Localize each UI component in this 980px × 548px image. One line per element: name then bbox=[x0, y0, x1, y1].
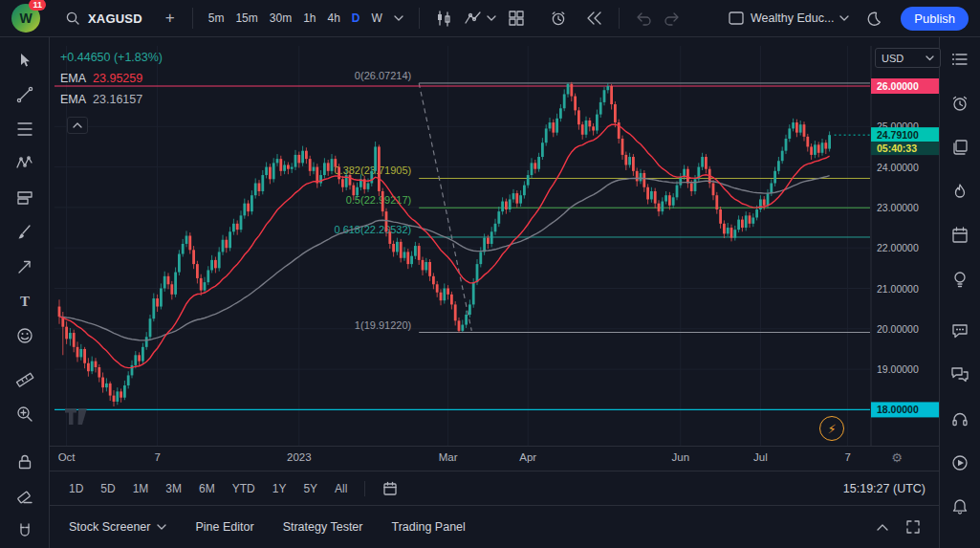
quick-action-button[interactable]: ⚡ bbox=[819, 416, 844, 441]
text-tool-button[interactable]: T bbox=[9, 288, 41, 315]
long-short-position-icon bbox=[15, 188, 34, 208]
range-3m-button[interactable]: 3M bbox=[158, 478, 189, 499]
go-to-date-button[interactable] bbox=[375, 477, 405, 500]
news-button[interactable] bbox=[947, 137, 972, 158]
undo-button[interactable] bbox=[629, 7, 658, 30]
currency-dropdown[interactable]: USD bbox=[875, 48, 941, 68]
ideas-button[interactable] bbox=[947, 269, 972, 290]
indicators-button[interactable] bbox=[458, 6, 502, 31]
timeframe-15m[interactable]: 15m bbox=[229, 8, 263, 29]
server-clock[interactable]: 15:19:27 (UTC) bbox=[843, 482, 927, 495]
cursor-tool-button[interactable] bbox=[9, 47, 41, 74]
ema-slow-line[interactable] bbox=[59, 176, 830, 340]
price-chart[interactable]: 0(26.07214)0.382(23.71905)0.5(22.99217)0… bbox=[50, 46, 939, 446]
timeframe-1w[interactable]: W bbox=[366, 8, 388, 29]
tab-trading-panel[interactable]: Trading Panel bbox=[391, 520, 465, 534]
trend-line-icon bbox=[15, 85, 34, 104]
lightning-icon: ⚡ bbox=[827, 422, 836, 436]
range-1m-button[interactable]: 1M bbox=[125, 478, 157, 499]
timeframe-4h[interactable]: 4h bbox=[321, 8, 345, 29]
chevron-down-icon bbox=[839, 15, 849, 21]
lock-drawings-button[interactable] bbox=[9, 449, 41, 475]
symbol-search-button[interactable]: XAGUSD bbox=[59, 7, 148, 30]
timeframe-30m[interactable]: 30m bbox=[264, 8, 297, 29]
range-ytd-button[interactable]: YTD bbox=[225, 478, 263, 499]
price-axis[interactable]: 25.0000024.0000023.0000022.0000021.00000… bbox=[871, 46, 939, 446]
magnet-mode-button[interactable] bbox=[9, 517, 41, 544]
zoom-in-icon bbox=[15, 405, 34, 424]
prediction-tool-button[interactable] bbox=[9, 185, 41, 211]
fib-level-label: 0.5(22.99217) bbox=[346, 194, 412, 206]
arrow-marker-tool-button[interactable] bbox=[9, 253, 41, 280]
minds-button[interactable] bbox=[947, 320, 972, 341]
notifications-button[interactable] bbox=[947, 496, 972, 517]
fib-retracement[interactable]: 0(26.07214)0.382(23.71905)0.5(22.99217)0… bbox=[334, 70, 870, 333]
calendar-button[interactable] bbox=[947, 225, 972, 246]
range-5d-button[interactable]: 5D bbox=[93, 478, 122, 499]
zoom-tool-button[interactable] bbox=[9, 401, 41, 427]
speech-bubble-dots-icon bbox=[950, 321, 969, 340]
tab-pine-editor[interactable]: Pine Editor bbox=[195, 520, 253, 534]
legend-collapse-button[interactable] bbox=[67, 117, 88, 134]
timeframes-dropdown-button[interactable] bbox=[388, 11, 409, 25]
expand-panel-chevron-icon[interactable] bbox=[876, 523, 889, 532]
redo-button[interactable] bbox=[658, 7, 686, 30]
ema-fast-legend[interactable]: EMA 23.95259 bbox=[60, 72, 163, 85]
ema-slow-legend[interactable]: EMA 23.16157 bbox=[60, 93, 163, 106]
theme-toggle-button[interactable] bbox=[859, 6, 887, 31]
svg-text:26.00000: 26.00000 bbox=[877, 80, 919, 92]
timeframe-1h[interactable]: 1h bbox=[297, 8, 321, 29]
tradingview-watermark[interactable] bbox=[65, 408, 94, 426]
search-icon bbox=[65, 11, 80, 26]
remove-drawings-button[interactable] bbox=[9, 483, 41, 510]
alerts-button[interactable] bbox=[947, 93, 972, 114]
pattern-tool-button[interactable] bbox=[9, 150, 41, 177]
notification-badge: 11 bbox=[29, 0, 46, 11]
support-button[interactable] bbox=[947, 408, 972, 429]
timeframe-1d[interactable]: D bbox=[346, 8, 366, 29]
compare-add-symbol-button[interactable]: + bbox=[158, 9, 183, 28]
range-5y-button[interactable]: 5Y bbox=[295, 478, 325, 499]
save-layout-button[interactable]: Wealthy Educ... bbox=[728, 10, 849, 27]
chat-button[interactable] bbox=[947, 364, 972, 385]
arrow-marker-icon bbox=[15, 257, 34, 276]
publish-button[interactable]: Publish bbox=[901, 7, 969, 31]
timeframe-5m[interactable]: 5m bbox=[203, 8, 230, 29]
range-1d-button[interactable]: 1D bbox=[61, 478, 91, 499]
time-axis-label: Oct bbox=[58, 451, 76, 463]
bar-replay-button[interactable] bbox=[580, 7, 609, 30]
measure-tool-button[interactable] bbox=[9, 366, 41, 393]
watchlist-button[interactable] bbox=[947, 49, 972, 70]
ema-slow-value: 23.16157 bbox=[93, 93, 142, 106]
create-alert-button[interactable] bbox=[544, 6, 573, 31]
time-axis[interactable]: ⚙ Oct72023MarAprJunJul7 bbox=[50, 446, 939, 471]
range-6m-button[interactable]: 6M bbox=[191, 478, 223, 499]
time-axis-label: 7 bbox=[844, 451, 850, 463]
fullscreen-icon[interactable] bbox=[906, 520, 920, 534]
chart-area[interactable]: 0(26.07214)0.382(23.71905)0.5(22.99217)0… bbox=[50, 37, 939, 446]
chevron-down-icon bbox=[926, 55, 934, 61]
separator bbox=[364, 481, 365, 496]
currency-label: USD bbox=[882, 53, 904, 64]
flame-icon bbox=[950, 182, 969, 201]
trend-line-tool-button[interactable] bbox=[9, 81, 41, 108]
chart-type-button[interactable] bbox=[429, 6, 458, 31]
range-all-button[interactable]: All bbox=[327, 478, 355, 499]
streams-button[interactable] bbox=[947, 452, 972, 473]
tab-stock-screener[interactable]: Stock Screener bbox=[69, 520, 166, 534]
range-1y-button[interactable]: 1Y bbox=[265, 478, 294, 499]
hotlists-button[interactable] bbox=[947, 181, 972, 202]
chart-settings-gear-icon[interactable]: ⚙ bbox=[891, 450, 903, 465]
svg-text:T: T bbox=[19, 294, 29, 309]
brush-tool-button[interactable] bbox=[9, 219, 41, 246]
user-menu-button[interactable]: W 11 bbox=[11, 4, 40, 33]
fib-retracement-tool-button[interactable] bbox=[9, 116, 41, 142]
text-tool-icon: T bbox=[15, 292, 34, 311]
layout-grid-button[interactable] bbox=[502, 6, 531, 31]
grid-layout-icon bbox=[508, 10, 525, 27]
emoji-tool-button[interactable] bbox=[9, 322, 41, 349]
eraser-icon bbox=[15, 487, 34, 506]
tab-strategy-tester[interactable]: Strategy Tester bbox=[283, 520, 363, 534]
drawing-toolbar: T bbox=[0, 37, 50, 548]
emoji-smiley-icon bbox=[15, 326, 34, 345]
